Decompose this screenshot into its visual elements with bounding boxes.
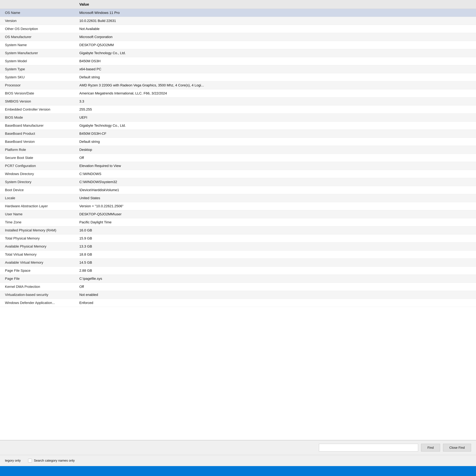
row-value: Default string: [74, 73, 476, 81]
row-label: PCR7 Configuration: [0, 162, 74, 170]
find-input[interactable]: [319, 444, 418, 451]
row-value: 2.88 GB: [74, 267, 476, 275]
row-label: Embedded Controller Version: [0, 105, 74, 114]
row-label: Hardware Abstraction Layer: [0, 202, 74, 210]
row-label: OS Name: [0, 9, 74, 17]
row-label: BaseBoard Manufacturer: [0, 122, 74, 130]
row-value: Not Available: [74, 25, 476, 33]
table-row: System DirectoryC:\WINDOWS\system32: [0, 178, 476, 186]
row-value: C:\WINDOWS: [74, 170, 476, 178]
row-value: United States: [74, 194, 476, 202]
table-row: Windows DirectoryC:\WINDOWS: [0, 170, 476, 178]
find-bar: Find Close Find: [0, 440, 476, 455]
row-label: System Model: [0, 57, 74, 65]
row-value: x64-based PC: [74, 65, 476, 73]
row-value: B450M DS3H-CF: [74, 130, 476, 138]
row-value: UEFI: [74, 114, 476, 122]
table-row: OS ManufacturerMicrosoft Corporation: [0, 33, 476, 41]
row-value: Pacific Daylight Time: [74, 218, 476, 226]
row-label: Available Physical Memory: [0, 242, 74, 251]
row-label: User Name: [0, 210, 74, 218]
row-value: B450M DS3H: [74, 57, 476, 65]
row-label: BIOS Mode: [0, 114, 74, 122]
row-value: Microsoft Windows 11 Pro: [74, 9, 476, 17]
col-label-header: [0, 0, 74, 9]
table-area: Value OS NameMicrosoft Windows 11 ProVer…: [0, 0, 476, 440]
row-value: Version = "10.0.22621.2506": [74, 202, 476, 210]
table-row: BaseBoard ManufacturerGigabyte Technolog…: [0, 122, 476, 130]
table-row: System ManufacturerGigabyte Technology C…: [0, 49, 476, 57]
table-row: Installed Physical Memory (RAM)16.0 GB: [0, 226, 476, 234]
row-value: C:\WINDOWS\system32: [74, 178, 476, 186]
status-bar: [0, 466, 476, 476]
table-row: Hardware Abstraction LayerVersion = "10.…: [0, 202, 476, 210]
row-value: AMD Ryzen 3 2200G with Radeon Vega Graph…: [74, 81, 476, 89]
table-row: Available Physical Memory13.3 GB: [0, 242, 476, 251]
row-value: Desktop: [74, 146, 476, 154]
row-label: Time Zone: [0, 218, 74, 226]
category-bar: tegory only Search category names only: [0, 455, 476, 466]
row-label: System Manufacturer: [0, 49, 74, 57]
row-label: Other OS Description: [0, 25, 74, 33]
table-row: Total Virtual Memory18.8 GB: [0, 251, 476, 259]
search-category-label: Search category names only: [34, 459, 75, 462]
table-row: System NameDESKTOP-Q5JO2MM: [0, 41, 476, 49]
main-container: Value OS NameMicrosoft Windows 11 ProVer…: [0, 0, 476, 476]
row-value: Enforced: [74, 299, 476, 307]
row-label: Installed Physical Memory (RAM): [0, 226, 74, 234]
table-row: Kernel DMA ProtectionOff: [0, 283, 476, 291]
row-value: Elevation Required to View: [74, 162, 476, 170]
row-value: 3.3: [74, 97, 476, 105]
row-label: Kernel DMA Protection: [0, 283, 74, 291]
search-category-checkbox-area: Search category names only: [28, 459, 75, 462]
search-category-checkbox[interactable]: [28, 459, 32, 462]
table-row: BaseBoard VersionDefault string: [0, 138, 476, 146]
row-value: 15.9 GB: [74, 234, 476, 242]
row-label: Processor: [0, 81, 74, 89]
row-value: 18.8 GB: [74, 251, 476, 259]
row-label: Locale: [0, 194, 74, 202]
col-value-header: Value: [74, 0, 476, 9]
row-label: System SKU: [0, 73, 74, 81]
row-value: American Megatrends International, LLC. …: [74, 89, 476, 97]
row-value: Off: [74, 283, 476, 291]
row-label: Available Virtual Memory: [0, 259, 74, 267]
row-label: Windows Directory: [0, 170, 74, 178]
row-value: 13.3 GB: [74, 242, 476, 251]
system-info-table: Value OS NameMicrosoft Windows 11 ProVer…: [0, 0, 476, 307]
row-value: 16.0 GB: [74, 226, 476, 234]
row-label: System Name: [0, 41, 74, 49]
table-row: Version10.0.22631 Build 22631: [0, 17, 476, 25]
row-value: Microsoft Corporation: [74, 33, 476, 41]
table-row: Secure Boot StateOff: [0, 154, 476, 162]
row-value: Gigabyte Technology Co., Ltd.: [74, 49, 476, 57]
row-label: Windows Defender Application...: [0, 299, 74, 307]
row-value: DESKTOP-Q5JO2MM\user: [74, 210, 476, 218]
table-row: Embedded Controller Version255.255: [0, 105, 476, 114]
row-label: Total Virtual Memory: [0, 251, 74, 259]
row-label: Platform Role: [0, 146, 74, 154]
find-button[interactable]: Find: [421, 444, 440, 451]
row-value: Default string: [74, 138, 476, 146]
row-label: Page File: [0, 275, 74, 283]
row-label: BaseBoard Version: [0, 138, 74, 146]
row-label: Virtualization-based security: [0, 291, 74, 299]
table-row: Virtualization-based securityNot enabled: [0, 291, 476, 299]
table-row: Windows Defender Application...Enforced: [0, 299, 476, 307]
row-label: Version: [0, 17, 74, 25]
table-row: System Typex64-based PC: [0, 65, 476, 73]
row-value: Not enabled: [74, 291, 476, 299]
table-row: Available Virtual Memory14.5 GB: [0, 259, 476, 267]
table-row: Platform RoleDesktop: [0, 146, 476, 154]
row-label: BIOS Version/Date: [0, 89, 74, 97]
row-value: Gigabyte Technology Co., Ltd.: [74, 122, 476, 130]
row-value: \Device\HarddiskVolume1: [74, 186, 476, 194]
row-label: BaseBoard Product: [0, 130, 74, 138]
table-row: BIOS ModeUEFI: [0, 114, 476, 122]
close-find-button[interactable]: Close Find: [443, 444, 471, 451]
row-label: System Directory: [0, 178, 74, 186]
table-row: OS NameMicrosoft Windows 11 Pro: [0, 9, 476, 17]
table-row: PCR7 ConfigurationElevation Required to …: [0, 162, 476, 170]
table-row: Time ZonePacific Daylight Time: [0, 218, 476, 226]
row-label: Page File Space: [0, 267, 74, 275]
